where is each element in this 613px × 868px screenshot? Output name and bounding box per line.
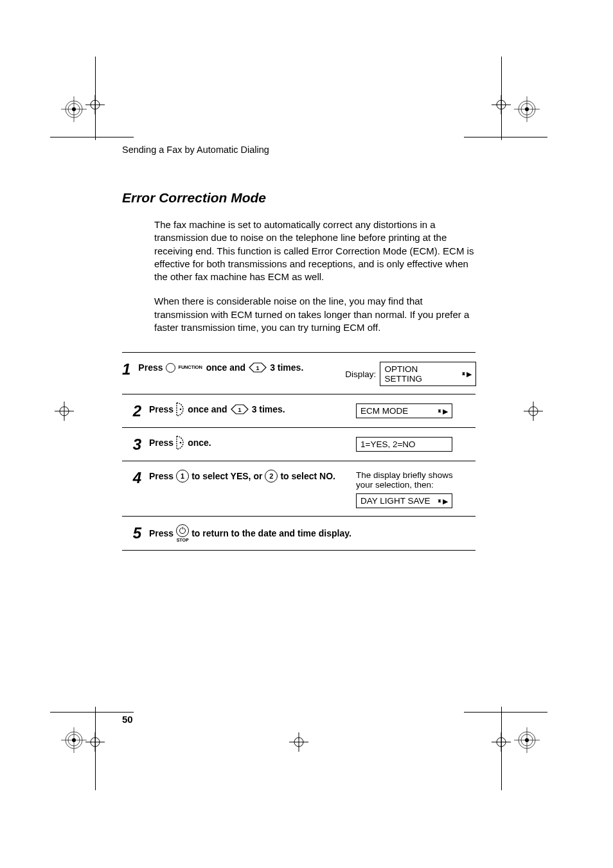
text: 3 times. xyxy=(270,360,303,375)
crop-line xyxy=(501,57,502,140)
crop-line xyxy=(50,137,134,137)
stop-button-icon: STOP xyxy=(176,524,189,542)
right-nav-key-icon xyxy=(176,402,185,416)
press-label: Press xyxy=(138,360,163,375)
section-title: Error Correction Mode xyxy=(122,190,475,206)
step-instruction: Press once and 1 3 times. xyxy=(149,402,348,416)
registration-mark-icon xyxy=(514,96,540,122)
steps-list: 1 Press FUNCTION once and 1 3 times. Dis… xyxy=(122,352,475,551)
display-text: 1=YES, 2=NO xyxy=(360,439,416,449)
registration-mark-icon xyxy=(61,96,87,122)
svg-text:1: 1 xyxy=(238,407,241,413)
intro-paragraph-1: The fax machine is set to automatically … xyxy=(154,218,475,283)
text: to return to the date and time display. xyxy=(191,526,351,540)
step-number: 2 xyxy=(122,402,141,419)
crop-line xyxy=(501,707,502,790)
step-instruction: Press 1 to select YES, or 2 to select NO… xyxy=(149,469,348,483)
intro-paragraph-2: When there is considerable noise on the … xyxy=(154,295,475,334)
step-row: 2 Press once and 1 3 times. ECM MODE ▶ xyxy=(122,394,475,427)
keypad-2-icon: 2 xyxy=(265,470,278,483)
step-row: 5 Press STOP to return to the date and t… xyxy=(122,516,475,551)
text: to select YES, or xyxy=(191,469,262,483)
function-label: FUNCTION xyxy=(179,364,202,371)
step-row: 3 Press once. 1=YES, 2=NO xyxy=(122,427,475,461)
step-instruction: Press STOP to return to the date and tim… xyxy=(149,524,475,542)
manual-page: Sending a Fax by Automatic Dialing Error… xyxy=(0,0,613,868)
step-number: 4 xyxy=(122,469,141,486)
text: to select NO. xyxy=(280,469,335,483)
right-nav-key-icon xyxy=(176,436,185,450)
step-number: 1 xyxy=(122,360,130,377)
lcd-display-box: ECM MODE ▶ xyxy=(356,403,452,418)
aux-text: The display briefly shows your selection… xyxy=(356,470,472,490)
press-label: Press xyxy=(149,436,173,450)
display-text: DAY LIGHT SAVE xyxy=(360,496,431,506)
press-label: Press xyxy=(149,526,173,540)
display-text: ECM MODE xyxy=(360,406,408,416)
press-label: Press xyxy=(149,469,173,483)
crosshair-icon xyxy=(524,402,543,421)
crop-line xyxy=(50,712,134,713)
step-number: 3 xyxy=(122,436,141,452)
page-number: 50 xyxy=(122,714,133,725)
step-instruction: Press once. xyxy=(149,436,348,450)
step-row: 4 Press 1 to select YES, or 2 to select … xyxy=(122,461,475,516)
page-content: Sending a Fax by Automatic Dialing Error… xyxy=(122,145,475,551)
step-aux: ECM MODE ▶ xyxy=(356,402,475,418)
registration-mark-icon xyxy=(514,727,540,753)
registration-mark-icon xyxy=(61,727,87,753)
step-number: 5 xyxy=(122,524,141,541)
diamond-key-icon: 1 xyxy=(230,403,249,415)
svg-point-44 xyxy=(180,442,182,444)
function-button-icon xyxy=(166,363,175,373)
crop-line xyxy=(95,57,96,140)
text: once and xyxy=(206,360,245,375)
text: 3 times. xyxy=(252,402,285,416)
lcd-display-box: 1=YES, 2=NO xyxy=(356,437,452,452)
stop-label: STOP xyxy=(177,538,189,542)
svg-point-42 xyxy=(180,409,182,411)
text: once. xyxy=(188,436,211,450)
step-aux: Display: OPTION SETTING ▶ xyxy=(345,360,476,386)
keypad-1-icon: 1 xyxy=(176,470,189,483)
display-prefix: Display: xyxy=(345,369,376,379)
text: once and xyxy=(188,402,227,416)
svg-text:1: 1 xyxy=(256,365,260,371)
press-label: Press xyxy=(149,402,173,416)
lcd-display-box: DAY LIGHT SAVE ▶ xyxy=(356,493,452,508)
step-aux: The display briefly shows your selection… xyxy=(356,469,475,508)
step-instruction: Press FUNCTION once and 1 3 times. xyxy=(138,360,337,375)
crosshair-icon xyxy=(55,402,74,421)
lcd-display-box: OPTION SETTING ▶ xyxy=(380,362,476,386)
running-header: Sending a Fax by Automatic Dialing xyxy=(122,145,475,155)
step-aux: 1=YES, 2=NO xyxy=(356,436,475,452)
step-row: 1 Press FUNCTION once and 1 3 times. Dis… xyxy=(122,352,475,394)
crop-line xyxy=(464,712,547,713)
crosshair-icon xyxy=(289,732,308,752)
crop-line xyxy=(95,707,96,790)
diamond-key-icon: 1 xyxy=(248,362,267,373)
crop-line xyxy=(464,137,547,137)
display-text: OPTION SETTING xyxy=(384,364,457,384)
